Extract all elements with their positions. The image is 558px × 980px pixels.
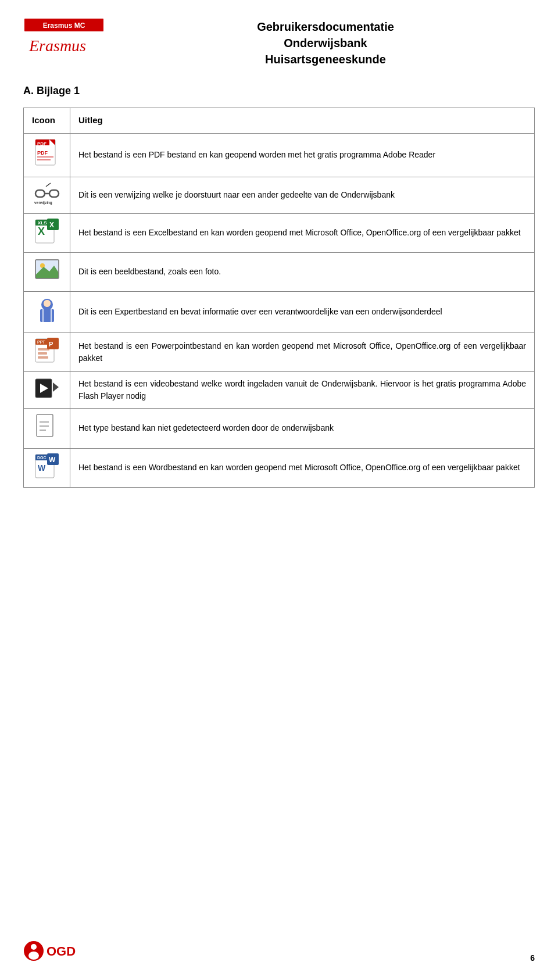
row-description: Het bestand is een videobestand welke wo… xyxy=(70,371,535,408)
svg-text:verwijzing: verwijzing xyxy=(34,201,52,205)
main-title: Gebruikersdocumentatie Onderwijsbank Hui… xyxy=(116,19,535,67)
table-row: Het bestand is een videobestand welke wo… xyxy=(24,371,535,408)
bijlage-title: A. Bijlage 1 xyxy=(23,85,535,97)
table-row: PDF PDF Het bestand is een PDF bestand e… xyxy=(24,133,535,177)
svg-text:P: P xyxy=(49,341,53,348)
erasmus-logo: Erasmus MC Erasmus xyxy=(23,17,116,58)
row-description: Het bestand is een PDF bestand en kan ge… xyxy=(70,133,535,177)
svg-text:Erasmus MC: Erasmus MC xyxy=(43,22,85,30)
pdf-icon: PDF PDF xyxy=(24,133,70,177)
svg-point-55 xyxy=(28,952,39,960)
erasmus-mc-logo-svg: Erasmus MC Erasmus xyxy=(23,17,105,58)
svg-point-54 xyxy=(31,944,37,950)
svg-text:W: W xyxy=(49,456,56,464)
row-description: Dit is een beeldbestand, zoals een foto. xyxy=(70,252,535,291)
video-icon xyxy=(24,371,70,408)
link-icon: verwijzing xyxy=(24,177,70,213)
icon-table: Icoon Uitleg PDF PDF Het bestand is een … xyxy=(23,108,535,488)
ogd-logo: OGD xyxy=(23,939,76,963)
table-row: PPT P Het bestand is een Powerpointbesta… xyxy=(24,332,535,371)
ogd-logo-svg: OGD xyxy=(23,939,76,963)
row-description: Het bestand is een Excelbestand en kan w… xyxy=(70,213,535,252)
table-row: verwijzing Dit is een verwijzing welke j… xyxy=(24,177,535,213)
svg-rect-37 xyxy=(38,348,49,350)
table-row: XLS X X Het bestand is een Excelbestand … xyxy=(24,213,535,252)
svg-rect-10 xyxy=(35,190,45,197)
unknown-icon xyxy=(24,408,70,448)
svg-text:PDF: PDF xyxy=(37,150,48,156)
table-header-row: Icoon Uitleg xyxy=(24,108,535,134)
col-header-uitleg: Uitleg xyxy=(70,108,535,134)
svg-text:DOC: DOC xyxy=(37,456,46,460)
row-description: Het bestand is een Powerpointbestand en … xyxy=(70,332,535,371)
row-description: Dit is een Expertbestand en bevat inform… xyxy=(70,291,535,332)
expert-icon xyxy=(24,291,70,332)
svg-text:PDF: PDF xyxy=(37,141,46,146)
page-footer: OGD 6 xyxy=(23,939,535,963)
svg-rect-38 xyxy=(38,352,47,355)
page-number: 6 xyxy=(530,953,535,963)
header-title: Gebruikersdocumentatie Onderwijsbank Hui… xyxy=(116,17,535,67)
row-description: Het bestand is een Wordbestand en kan wo… xyxy=(70,448,535,487)
svg-text:Erasmus: Erasmus xyxy=(28,37,86,55)
svg-text:OGD: OGD xyxy=(46,944,76,958)
svg-rect-11 xyxy=(49,190,59,197)
svg-marker-41 xyxy=(53,382,59,392)
svg-text:X: X xyxy=(38,226,45,237)
header: Erasmus MC Erasmus Gebruikersdocumentati… xyxy=(23,17,535,67)
table-row: Dit is een Expertbestand en bevat inform… xyxy=(24,291,535,332)
table-row: DOC W W Het bestand is een Wordbestand e… xyxy=(24,448,535,487)
svg-rect-39 xyxy=(38,356,48,359)
powerpoint-icon: PPT P xyxy=(24,332,70,371)
table-row: Het type bestand kan niet gedetecteerd w… xyxy=(24,408,535,448)
image-icon xyxy=(24,252,70,291)
svg-rect-28 xyxy=(40,309,54,322)
row-description: Het type bestand kan niet gedetecteerd w… xyxy=(70,408,535,448)
logo-area: Erasmus MC Erasmus xyxy=(23,17,116,58)
page: Erasmus MC Erasmus Gebruikersdocumentati… xyxy=(0,0,558,980)
svg-text:PPT: PPT xyxy=(37,340,45,344)
svg-text:X: X xyxy=(49,221,54,229)
svg-text:W: W xyxy=(38,463,46,473)
word-icon: DOC W W xyxy=(24,448,70,487)
table-row: Dit is een beeldbestand, zoals een foto. xyxy=(24,252,535,291)
svg-point-29 xyxy=(44,300,51,307)
svg-text:XLS: XLS xyxy=(38,220,47,226)
col-header-icon: Icoon xyxy=(24,108,70,134)
row-description: Dit is een verwijzing welke je doorstuur… xyxy=(70,177,535,213)
excel-icon: XLS X X xyxy=(24,213,70,252)
